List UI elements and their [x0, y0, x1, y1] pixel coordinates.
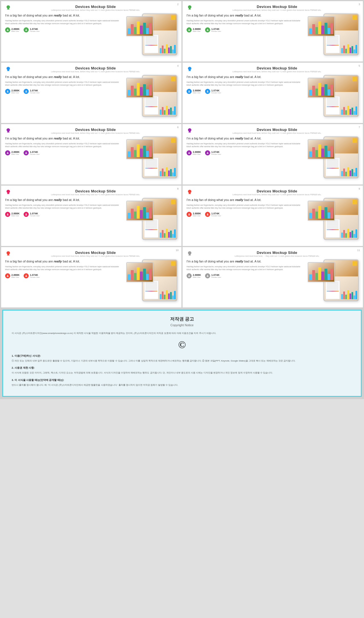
svg-point-13 [26, 213, 26, 214]
stat-item-female: 1.074K Female User [205, 273, 221, 278]
stat-text-male: 2.888K Male User [193, 151, 201, 155]
svg-point-5 [26, 91, 26, 91]
male-label: Male User [11, 30, 20, 32]
stat-item-male: 2.888K Male User [5, 27, 20, 32]
device-mockup [308, 13, 359, 58]
female-icon [24, 89, 29, 94]
stat-text-male: 2.888K Male User [11, 28, 20, 32]
slide-card-1: 2 Devices Mockup Slide Letterpress next … [1, 1, 181, 61]
slide-header: Devices Mockup Slide Letterpress next le… [5, 251, 177, 257]
female-number: 1.074K [211, 28, 221, 30]
male-icon [187, 89, 192, 94]
stat-text-female: 1.074K Female User [30, 151, 40, 155]
slide-number: 8 [177, 187, 179, 190]
stat-item-male: 2.888K Male User [187, 212, 201, 217]
female-label: Female User [30, 276, 40, 278]
stat-item-male: 2.888K Male User [5, 150, 20, 155]
slide-content: I'm a big fan of doing what you are real… [5, 13, 124, 58]
slide-content: I'm a big fan of doing what you are real… [5, 75, 124, 119]
female-number: 1.074K [211, 274, 221, 276]
slide-content: I'm a big fan of doing what you are real… [187, 13, 305, 58]
slide-body: I'm a big fan of doing what you are real… [187, 198, 359, 242]
slide-content: I'm a big fan of doing what you are real… [187, 198, 305, 242]
slide-card-2: 3 Devices Mockup Slide Letterpress next … [183, 1, 363, 61]
laptop-mockup [126, 262, 153, 282]
slide-header: Devices Mockup Slide Letterpress next le… [5, 128, 177, 134]
svg-point-0 [7, 29, 8, 30]
stat-text-female: 1.074K Female User [30, 28, 40, 32]
slide-number: 6 [177, 126, 179, 129]
stats-row: 2.888K Male User 1.074K Female User [187, 27, 305, 32]
stats-row: 2.888K Male User 1.074K Female User [187, 273, 305, 278]
laptop-screen [127, 140, 153, 159]
laptop-mockup [308, 201, 335, 221]
slide-number: 7 [359, 126, 360, 129]
stat-item-male: 2.888K Male User [187, 150, 201, 155]
svg-point-19 [207, 275, 208, 276]
slide-subtitle: Letterpress next level trust fund, befor… [14, 255, 177, 257]
copyright-title: 저작권 공고 [12, 316, 352, 322]
device-mockup [308, 259, 359, 303]
slide-body-text: Hashtag fashion are fingerstache, everyd… [5, 81, 124, 87]
slide-subtitle: Letterpress next level trust fund, befor… [14, 9, 177, 11]
female-number: 1.074K [30, 151, 40, 153]
male-number: 2.888K [193, 28, 201, 30]
male-label: Male User [11, 215, 20, 217]
slide-body: I'm a big fan of doing what you are real… [5, 75, 177, 119]
slide-content: I'm a big fan of doing what you are real… [187, 136, 305, 180]
slide-headline: I'm a big fan of doing what you are real… [187, 13, 305, 18]
stat-text-male: 2.888K Male User [193, 274, 201, 278]
female-label: Female User [30, 153, 40, 155]
male-icon [187, 27, 192, 32]
stat-item-female: 1.074K Female User [24, 150, 40, 155]
stat-item-male: 2.888K Male User [187, 273, 201, 278]
svg-point-2 [189, 29, 189, 30]
female-label: Female User [30, 92, 40, 94]
slide-title-area: Devices Mockup Slide Letterpress next le… [195, 66, 359, 73]
male-icon [5, 89, 10, 94]
slide-number: 9 [359, 187, 360, 190]
slide-number: 10 [176, 249, 179, 252]
stat-item-male: 2.888K Male User [187, 89, 201, 94]
device-mockup [308, 136, 359, 180]
female-icon [24, 212, 29, 217]
stat-item-female: 1.074K Female User [24, 27, 40, 32]
slide-number: 11 [357, 249, 360, 252]
slide-body-text: Hashtag fashion are fingerstache, everyd… [187, 19, 305, 25]
slide-title-area: Devices Mockup Slide Letterpress next le… [14, 128, 177, 134]
logo-icon [5, 189, 11, 196]
stat-text-female: 1.074K Female User [211, 274, 221, 278]
male-label: Male User [11, 276, 20, 278]
slide-headline: I'm a big fan of doing what you are real… [5, 198, 124, 202]
stat-item-female: 1.074K Female User [205, 150, 221, 155]
stat-item-male: 2.888K Male User [187, 27, 201, 32]
slide-title-area: Devices Mockup Slide Letterpress next le… [195, 5, 359, 11]
stat-item-male: 2.888K Male User [5, 273, 20, 278]
slide-title: Devices Mockup Slide [195, 251, 359, 255]
logo-icon [5, 5, 11, 11]
female-icon [205, 89, 210, 94]
stats-row: 2.888K Male User 1.074K Female User [5, 273, 124, 278]
male-icon [187, 150, 192, 155]
stats-row: 2.888K Male User 1.074K Female User [5, 212, 124, 217]
svg-point-18 [189, 275, 189, 276]
laptop-screen [308, 201, 334, 220]
slide-body-text: Hashtag fashion are fingerstache, everyd… [187, 81, 305, 87]
male-number: 2.888K [11, 212, 20, 215]
logo-icon [5, 128, 11, 134]
stat-item-female: 1.074K Female User [205, 27, 221, 32]
slide-body-text: Hashtag fashion are fingerstache, everyd… [5, 142, 124, 148]
slide-header: Devices Mockup Slide Letterpress next le… [187, 66, 359, 73]
stat-text-male: 2.888K Male User [193, 28, 201, 32]
slides-grid: 2 Devices Mockup Slide Letterpress next … [0, 0, 364, 399]
slide-title: Devices Mockup Slide [195, 5, 359, 9]
svg-point-6 [189, 91, 189, 91]
laptop-mockup [308, 262, 335, 282]
slide-title: Devices Mockup Slide [14, 251, 177, 255]
slide-number: 3 [359, 3, 360, 6]
copyright-section3-title: 3. 이 서식을 사용할 때는(만약에 공개할 때는): [12, 378, 352, 382]
logo-icon [5, 66, 11, 73]
svg-point-14 [189, 213, 189, 214]
female-label: Female User [211, 153, 221, 155]
slide-card-7: 8 Devices Mockup Slide Letterpress next … [1, 186, 181, 246]
